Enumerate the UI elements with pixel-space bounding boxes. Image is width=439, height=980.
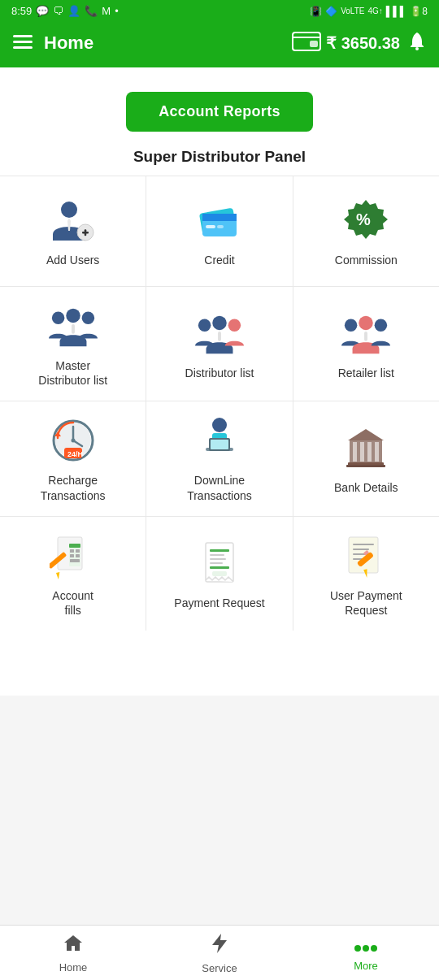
account-reports-button[interactable]: Account Reports xyxy=(126,92,313,132)
account-fills-icon xyxy=(49,531,98,580)
bank-label: Bank Details xyxy=(334,480,398,495)
svg-point-23 xyxy=(212,316,226,330)
wallet-amount: ₹ 3650.38 xyxy=(292,30,400,56)
main-content: Account Reports Super Distributor Panel xyxy=(0,67,439,793)
nav-service[interactable]: Service xyxy=(146,926,293,981)
header-right: ₹ 3650.38 xyxy=(292,30,426,56)
time: 8:59 xyxy=(11,5,32,17)
add-user-icon xyxy=(49,196,98,245)
bitmoji-icon: 👤 xyxy=(67,5,80,17)
credit-icon xyxy=(195,196,244,245)
grid-cell-user-payment[interactable]: User Payment Request xyxy=(293,517,439,631)
svg-rect-13 xyxy=(202,214,237,221)
panel-title: Super Distributor Panel xyxy=(133,148,306,165)
svg-rect-48 xyxy=(375,442,379,462)
header-spacer xyxy=(0,67,439,84)
svg-rect-4 xyxy=(310,41,318,47)
grid-cell-commission[interactable]: % Commission xyxy=(293,176,439,286)
grid-cell-retailer[interactable]: Retailer list xyxy=(293,287,439,401)
svg-rect-57 xyxy=(76,554,80,557)
grid-row-2: Master Distributor list Distributor list xyxy=(0,286,439,401)
grid-cell-account-fills[interactable]: Account fills xyxy=(0,517,146,631)
svg-point-24 xyxy=(228,319,241,332)
svg-rect-54 xyxy=(70,549,74,553)
svg-point-34 xyxy=(71,439,75,443)
commission-icon: % xyxy=(341,196,390,245)
svg-rect-46 xyxy=(360,442,364,462)
svg-point-27 xyxy=(359,316,373,330)
svg-rect-47 xyxy=(367,442,372,462)
grid-row-1: Add Users Credit xyxy=(0,176,439,286)
signal-icon: ▌▌▌ xyxy=(386,6,407,17)
svg-point-22 xyxy=(198,319,211,332)
svg-rect-29 xyxy=(364,332,367,341)
svg-point-5 xyxy=(415,47,419,50)
lightning-icon xyxy=(211,932,228,960)
downline-label: DownLine Transactions xyxy=(187,473,252,502)
svg-rect-21 xyxy=(72,324,75,334)
whatsapp-icon: 💬 xyxy=(36,5,49,17)
svg-marker-43 xyxy=(348,429,384,440)
svg-point-26 xyxy=(345,319,357,332)
svg-rect-15 xyxy=(217,225,224,228)
user-payment-icon xyxy=(341,531,390,580)
nav-more-label: More xyxy=(354,960,378,972)
dots-icon xyxy=(354,934,377,957)
nav-home[interactable]: Home xyxy=(0,926,146,980)
grid-cell-payment-request[interactable]: Payment Request xyxy=(146,517,293,631)
payment-request-label: Payment Request xyxy=(174,596,264,610)
svg-text:%: % xyxy=(356,210,371,228)
notification-icon[interactable] xyxy=(408,31,426,55)
phone-icon: 📞 xyxy=(85,5,98,17)
home-icon xyxy=(63,933,84,959)
grid-cell-add-users[interactable]: Add Users xyxy=(0,176,146,286)
master-distributor-icon xyxy=(49,301,98,350)
retailer-icon xyxy=(341,309,390,358)
nav-more[interactable]: More xyxy=(293,928,439,978)
grid-cell-distributor[interactable]: Distributor list xyxy=(146,287,293,401)
svg-rect-56 xyxy=(70,554,74,557)
svg-rect-58 xyxy=(70,559,80,562)
status-right: 📳 🔷 VoLTE 4G↑ ▌▌▌ 🔋8 xyxy=(310,6,428,17)
bluetooth-icon: 🔷 xyxy=(325,6,337,17)
status-left: 8:59 💬 🗨 👤 📞 M • xyxy=(11,5,119,17)
downline-icon xyxy=(195,416,244,465)
distributor-icon xyxy=(195,309,244,358)
svg-rect-50 xyxy=(346,465,385,467)
payment-request-icon xyxy=(195,539,244,588)
bank-icon xyxy=(341,423,390,472)
svg-point-19 xyxy=(66,309,80,323)
svg-rect-67 xyxy=(212,571,227,576)
commission-label: Commission xyxy=(335,253,398,267)
grid-cell-credit[interactable]: Credit xyxy=(146,176,293,286)
svg-point-38 xyxy=(212,418,227,432)
header-title: Home xyxy=(44,33,93,54)
svg-rect-66 xyxy=(210,566,229,569)
svg-point-78 xyxy=(371,945,377,952)
svg-marker-60 xyxy=(54,570,63,579)
grid-cell-recharge[interactable]: 24/H Recharge Transactions xyxy=(0,401,146,515)
svg-rect-69 xyxy=(353,544,374,545)
recharge-icon: 24/H xyxy=(49,416,98,465)
svg-text:24/H: 24/H xyxy=(67,450,83,458)
svg-rect-55 xyxy=(76,549,80,553)
panel-title-section: Super Distributor Panel xyxy=(0,145,439,176)
menu-icon[interactable] xyxy=(13,32,33,54)
account-fills-label: Account fills xyxy=(52,588,93,618)
battery-icon: 🔋8 xyxy=(410,6,428,17)
svg-rect-45 xyxy=(353,442,357,462)
svg-rect-42 xyxy=(211,440,228,449)
svg-rect-70 xyxy=(353,549,369,550)
grid-cell-bank[interactable]: Bank Details xyxy=(293,401,439,515)
grid-cell-downline[interactable]: DownLine Transactions xyxy=(146,401,293,515)
distributor-label: Distributor list xyxy=(185,366,254,380)
4g-icon: 4G↑ xyxy=(367,7,382,15)
svg-point-28 xyxy=(375,319,387,332)
svg-rect-63 xyxy=(210,554,224,556)
grid-cell-master-distributor[interactable]: Master Distributor list xyxy=(0,287,146,401)
credit-label: Credit xyxy=(204,253,234,267)
svg-rect-25 xyxy=(218,332,221,341)
svg-point-77 xyxy=(363,945,369,952)
wallet-icon xyxy=(292,30,321,56)
svg-rect-53 xyxy=(69,544,80,548)
